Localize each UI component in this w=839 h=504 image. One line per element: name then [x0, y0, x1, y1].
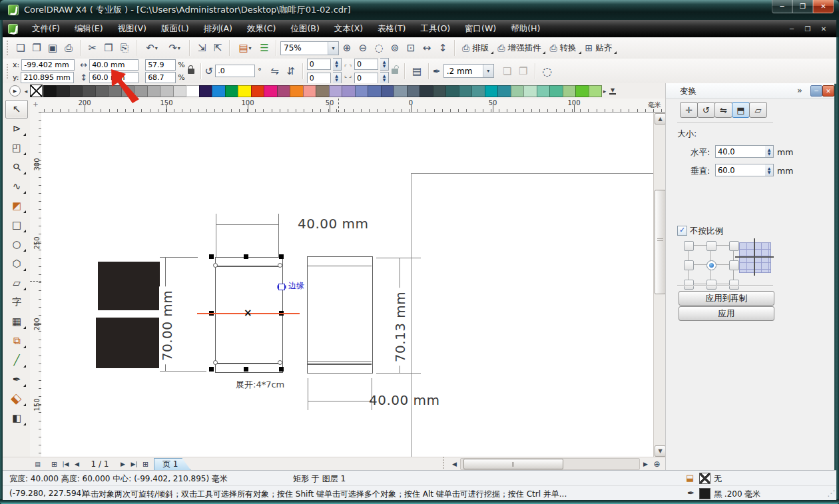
color-swatch[interactable] [303, 85, 316, 97]
view-navigator-icon[interactable]: ▤ [32, 459, 43, 469]
import-button[interactable]: ⇲ [194, 40, 210, 56]
color-swatch[interactable] [355, 85, 368, 97]
color-swatch[interactable] [56, 85, 69, 97]
text-tool[interactable]: 字 [5, 293, 28, 312]
maximize-button[interactable]: ❐ [792, 0, 813, 13]
spinner-buttons[interactable]: ▲▼ [380, 72, 389, 85]
vertical-ruler[interactable]: 300 250 200 150 [30, 112, 42, 457]
snap-button[interactable]: ⊞贴齐 [582, 41, 618, 55]
anchor-top-left-checkbox[interactable] [684, 241, 694, 251]
apply-button[interactable]: 应用 [679, 306, 774, 321]
horizontal-ruler[interactable]: 200 150 100 50 0 50 100 毫米 [41, 99, 665, 113]
corner-radius-br-input[interactable] [354, 73, 378, 84]
spinner-buttons[interactable]: ▲▼ [380, 58, 389, 71]
color-swatch[interactable] [549, 85, 563, 97]
export-button[interactable]: ⇱ [210, 40, 226, 56]
palette-scroll-right-button[interactable]: ▸ [601, 88, 608, 95]
color-swatch[interactable] [147, 85, 160, 97]
options-button[interactable]: ☰ [256, 40, 272, 56]
save-button[interactable]: ▣ [45, 40, 61, 56]
corner-radius-tr-input[interactable] [354, 59, 378, 70]
color-swatch[interactable] [277, 85, 290, 97]
vertical-size-spinner[interactable]: ▲▼ [765, 164, 774, 176]
docker-minimize-button[interactable]: ─ [810, 85, 822, 97]
outline-width-dropdown-button[interactable]: ▾ [483, 65, 493, 77]
zoom-to-width-button[interactable]: ↔ [419, 40, 435, 56]
open-button[interactable]: ❐ [29, 40, 45, 56]
black-rectangle-shape[interactable] [96, 318, 159, 368]
anchor-right-checkbox[interactable] [729, 260, 739, 270]
corner-radius-tl-input[interactable] [307, 59, 331, 70]
zoom-level-dropdown-button[interactable]: ▾ [328, 42, 338, 55]
transform-skew-tab[interactable]: ▱ [749, 102, 767, 118]
scrollbar-splitter[interactable] [443, 457, 446, 471]
fill-color-swatch[interactable] [699, 473, 710, 484]
lock-corners-icon[interactable] [392, 69, 398, 74]
transform-rotation-tab[interactable]: ↺ [697, 102, 715, 118]
object-center-marker[interactable]: × [244, 310, 252, 316]
menu-effects[interactable]: 效果(C) [240, 20, 283, 38]
menu-table[interactable]: 表格(T) [370, 20, 413, 38]
vertical-size-input[interactable] [715, 164, 765, 176]
color-swatch[interactable] [95, 85, 109, 97]
to-back-button[interactable]: ❐ [515, 63, 531, 79]
zoom-to-all-button[interactable]: ⊚ [387, 40, 403, 56]
selection-handle-top-middle[interactable] [244, 254, 248, 259]
anchor-left-checkbox[interactable] [684, 260, 694, 270]
blend-tool[interactable]: ⧉ [5, 332, 28, 350]
palette-expand-button[interactable]: ▼ [609, 87, 616, 95]
docker-chevron-button[interactable]: » [797, 85, 802, 95]
color-swatch[interactable] [537, 85, 550, 97]
x-position-input[interactable] [21, 59, 75, 71]
color-swatch[interactable] [199, 85, 212, 97]
color-swatch[interactable] [43, 85, 57, 97]
color-swatch[interactable] [589, 85, 603, 97]
color-swatch[interactable] [316, 85, 329, 97]
lock-ratio-icon[interactable] [188, 69, 194, 74]
zoom-to-selected-button[interactable]: ◌ [371, 40, 387, 56]
zoom-level-input[interactable] [281, 43, 328, 53]
scroll-up-button[interactable]: ▲ [655, 113, 666, 125]
color-swatch[interactable] [225, 85, 238, 97]
nonproportional-checkbox[interactable]: ✓ [677, 226, 687, 236]
selection-handle-bottom-middle[interactable] [244, 367, 248, 372]
selection-handle-top-left[interactable] [209, 254, 214, 259]
menu-file[interactable]: 文件(F) [25, 20, 67, 38]
undo-button[interactable]: ↶▾ [140, 40, 163, 56]
last-page-button[interactable]: ▶| [129, 459, 140, 469]
color-swatch[interactable] [82, 85, 96, 97]
shape-tool[interactable]: ⊳ [5, 119, 28, 138]
horizontal-scrollbar[interactable] [460, 458, 640, 470]
spinner-buttons[interactable]: ▲▼ [333, 58, 342, 71]
resize-grip[interactable]: ⋰ [827, 489, 835, 498]
color-swatch[interactable] [290, 85, 304, 97]
crop-tool[interactable]: ◰ [5, 138, 28, 157]
color-swatch[interactable] [238, 85, 252, 97]
redo-button[interactable]: ↷▾ [163, 40, 186, 56]
rectangle-tool[interactable]: □ [5, 216, 28, 234]
color-swatch[interactable] [160, 85, 173, 97]
doc-minimize-button[interactable]: ─ [786, 25, 798, 33]
ruler-origin-button[interactable]: + [30, 99, 42, 113]
close-button[interactable]: ✕ [813, 0, 834, 13]
object-width-input[interactable] [89, 59, 139, 71]
color-swatch[interactable] [329, 85, 342, 97]
quick-zoom-button[interactable]: ⊕ [651, 459, 663, 469]
vertical-scrollbar[interactable]: ▲ ▼ [653, 113, 666, 457]
color-swatch[interactable] [381, 85, 394, 97]
transform-scale-mirror-tab[interactable]: ⇋ [714, 102, 732, 118]
zoom-in-button[interactable]: ⊕ [339, 40, 355, 56]
docker-close-button[interactable]: ✕ [822, 85, 834, 97]
outline-rectangle-shape[interactable] [307, 256, 373, 374]
selection-handle-top-right[interactable] [279, 254, 284, 259]
no-color-swatch[interactable] [30, 85, 43, 97]
outline-width-input[interactable] [444, 67, 483, 76]
new-document-button[interactable]: ❏ [13, 40, 29, 56]
menu-help[interactable]: 帮助(H) [503, 20, 547, 38]
color-swatch[interactable] [433, 85, 446, 97]
color-swatch[interactable] [459, 85, 472, 97]
menu-view[interactable]: 视图(V) [111, 20, 154, 38]
toolbar-drag-handle[interactable] [7, 41, 10, 55]
eyedropper-tool[interactable]: ╱ [5, 351, 28, 370]
copy-button[interactable]: ❒ [101, 40, 117, 56]
